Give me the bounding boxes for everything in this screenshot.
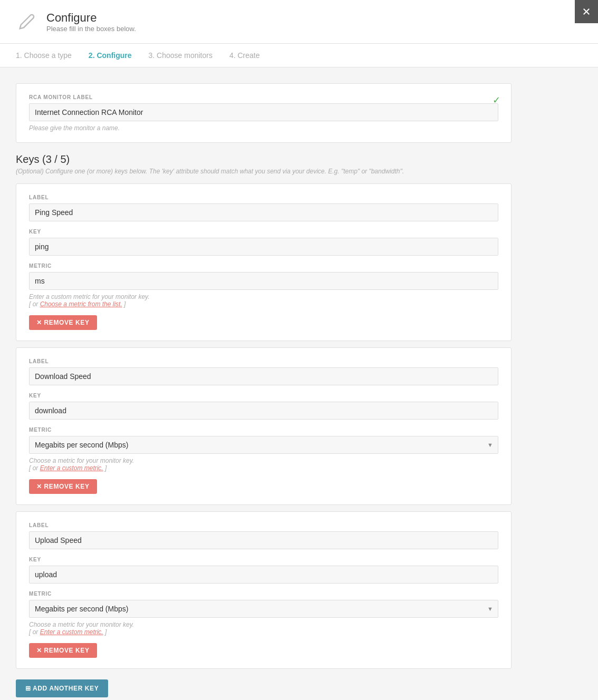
key-card-1: LABEL KEY METRIC Enter a custom metric f… <box>16 183 512 341</box>
label-field-label-3: LABEL <box>29 522 498 528</box>
remove-key-button-2[interactable]: ✕ REMOVE KEY <box>29 479 97 494</box>
label-input-3[interactable] <box>29 531 498 549</box>
label-field-group-1: LABEL <box>29 195 498 221</box>
page-subtitle: Please fill in the boxes below. <box>46 25 136 33</box>
metric-select-wrapper-2: Megabits per second (Mbps) <box>29 436 498 454</box>
key-card-3: LABEL KEY METRIC Megabits per second (Mb… <box>16 511 512 669</box>
key-field-group-1: KEY <box>29 229 498 256</box>
label-field-label-1: LABEL <box>29 195 498 200</box>
step-1[interactable]: 1. Choose a type <box>16 51 72 60</box>
metric-link-1[interactable]: Choose a metric from the list. <box>40 300 122 308</box>
metric-field-group-1: METRIC Enter a custom metric for your mo… <box>29 263 498 308</box>
close-button[interactable] <box>575 0 598 23</box>
metric-field-label-3: METRIC <box>29 591 498 597</box>
remove-key-button-3[interactable]: ✕ REMOVE KEY <box>29 643 97 658</box>
page-title: Configure <box>46 11 136 25</box>
key-field-label-2: KEY <box>29 393 498 398</box>
metric-input-1[interactable] <box>29 272 498 290</box>
metric-hint-2: Choose a metric for your monitor key. [ … <box>29 457 498 472</box>
metric-select-wrapper-3: Megabits per second (Mbps) <box>29 600 498 618</box>
metric-field-group-3: METRIC Megabits per second (Mbps) Choose… <box>29 591 498 636</box>
metric-link-3[interactable]: Enter a custom metric. <box>40 628 103 636</box>
key-input-1[interactable] <box>29 238 498 256</box>
add-key-button[interactable]: ⊞ ADD ANOTHER KEY <box>16 679 108 697</box>
metric-hint-3: Choose a metric for your monitor key. [ … <box>29 621 498 636</box>
key-field-group-2: KEY <box>29 393 498 420</box>
monitor-label-field-label: RCA MONITOR LABEL <box>29 94 498 100</box>
metric-link-2[interactable]: Enter a custom metric. <box>40 464 103 472</box>
key-input-3[interactable] <box>29 566 498 584</box>
key-field-label-3: KEY <box>29 557 498 562</box>
monitor-label-hint: Please give the monitor a name. <box>29 124 498 132</box>
key-input-2[interactable] <box>29 402 498 420</box>
key-field-group-3: KEY <box>29 557 498 584</box>
remove-key-button-1[interactable]: ✕ REMOVE KEY <box>29 315 97 330</box>
metric-field-label-2: METRIC <box>29 427 498 433</box>
label-field-label-2: LABEL <box>29 358 498 364</box>
metric-field-group-2: METRIC Megabits per second (Mbps) Choose… <box>29 427 498 472</box>
configure-icon <box>16 11 38 33</box>
metric-select-3[interactable]: Megabits per second (Mbps) <box>29 600 498 618</box>
step-4[interactable]: 4. Create <box>229 51 260 60</box>
metric-field-label-1: METRIC <box>29 263 498 269</box>
metric-select-2[interactable]: Megabits per second (Mbps) <box>29 436 498 454</box>
key-card-2: LABEL KEY METRIC Megabits per second (Mb… <box>16 347 512 505</box>
keys-description: (Optional) Configure one (or more) keys … <box>16 168 512 175</box>
step-navigation: 1. Choose a type 2. Configure 3. Choose … <box>0 44 598 67</box>
label-input-1[interactable] <box>29 203 498 221</box>
monitor-label-input[interactable] <box>29 103 498 121</box>
check-icon: ✓ <box>493 94 500 106</box>
step-3[interactable]: 3. Choose monitors <box>149 51 213 60</box>
key-field-label-1: KEY <box>29 229 498 235</box>
step-2[interactable]: 2. Configure <box>89 51 132 60</box>
page-header: Configure Please fill in the boxes below… <box>0 0 598 44</box>
monitor-label-section: RCA MONITOR LABEL ✓ Please give the moni… <box>16 83 512 143</box>
label-field-group-2: LABEL <box>29 358 498 385</box>
keys-heading: Keys (3 / 5) <box>16 153 512 166</box>
metric-hint-1: Enter a custom metric for your monitor k… <box>29 293 498 308</box>
label-input-2[interactable] <box>29 367 498 385</box>
header-text: Configure Please fill in the boxes below… <box>46 11 136 33</box>
main-content: RCA MONITOR LABEL ✓ Please give the moni… <box>0 67 527 700</box>
label-field-group-3: LABEL <box>29 522 498 549</box>
